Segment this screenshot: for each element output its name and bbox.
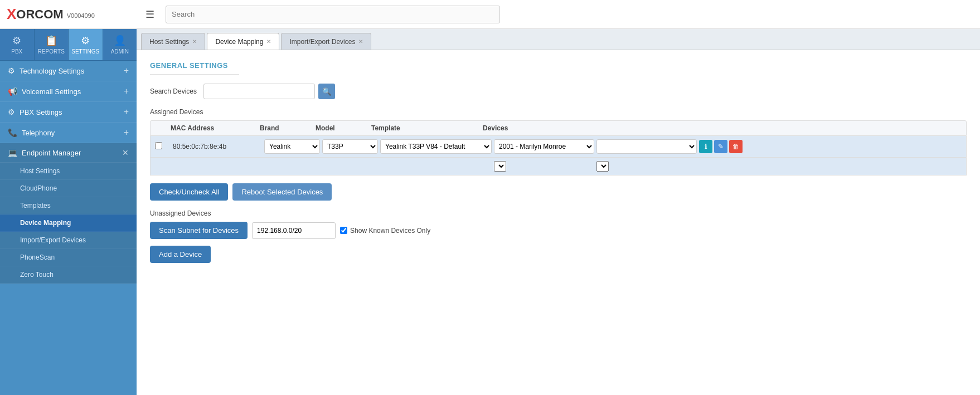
nav-pbx[interactable]: ⚙ PBX xyxy=(0,29,35,60)
btn-row: Check/Uncheck All Reboot Selected Device… xyxy=(150,183,967,201)
row-model-cell: T33P xyxy=(322,139,378,154)
pbx-icon: ⚙ xyxy=(12,35,21,47)
search-devices-button[interactable]: 🔍 xyxy=(318,84,335,99)
tab-import-export-label: Import/Export Devices xyxy=(289,38,355,46)
submenu-import-export[interactable]: Import/Export Devices xyxy=(0,232,137,249)
sidebar-technology-label: Technology Settings xyxy=(20,67,84,75)
submenu-zero-touch[interactable]: Zero Touch xyxy=(0,266,137,284)
tab-device-mapping-label: Device Mapping xyxy=(215,38,263,46)
col-actions xyxy=(683,124,728,132)
row-device2-cell xyxy=(596,139,697,154)
row-device1-cell: 2001 - Marilyn Monroe xyxy=(494,139,594,154)
row-brand-select[interactable]: Yealink xyxy=(264,139,320,154)
show-known-label: Show Known Devices Only xyxy=(350,227,430,235)
nav-settings[interactable]: ⚙ SETTINGS xyxy=(69,29,103,60)
row-actions: ℹ ✎ 🗑 xyxy=(699,140,744,153)
scan-row: Scan Subnet for Devices Show Known Devic… xyxy=(150,222,967,239)
row-device1-select[interactable]: 2001 - Marilyn Monroe xyxy=(494,139,594,154)
submenu-host-settings[interactable]: Host Settings xyxy=(0,163,137,180)
row-template-select[interactable]: Yealink T33P V84 - Default xyxy=(380,139,492,154)
unassigned-devices-label: Unassigned Devices xyxy=(150,209,967,217)
submenu-device-mapping[interactable]: Device Mapping xyxy=(0,214,137,232)
submenu-templates[interactable]: Templates xyxy=(0,197,137,214)
sidebar-item-voicemail-settings[interactable]: 📢 Voicemail Settings + xyxy=(0,81,137,102)
row-device2-select[interactable] xyxy=(596,139,697,154)
row-device4-select[interactable] xyxy=(596,161,609,172)
row-brand-cell: Yealink xyxy=(264,139,320,154)
row-checkbox-cell xyxy=(155,142,171,151)
sidebar-item-pbx-settings[interactable]: ⚙ PBX Settings + xyxy=(0,102,137,123)
endpoint-submenu: Host Settings CloudPhone Templates Devic… xyxy=(0,163,137,284)
tab-device-mapping[interactable]: Device Mapping ✕ xyxy=(207,33,279,50)
close-endpoint-icon[interactable]: ✕ xyxy=(122,148,129,157)
sidebar-item-technology-settings[interactable]: ⚙ Technology Settings + xyxy=(0,61,137,81)
row-info-button[interactable]: ℹ xyxy=(699,140,712,153)
hamburger-menu-icon[interactable]: ☰ xyxy=(145,8,154,21)
tab-host-settings-label: Host Settings xyxy=(149,38,189,46)
tab-import-export-close-icon[interactable]: ✕ xyxy=(358,38,363,45)
nav-admin-label: ADMIN xyxy=(111,48,129,55)
section-title: GENERAL SETTINGS xyxy=(150,61,239,75)
settings-icon: ⚙ xyxy=(81,35,90,47)
row-mac: 80:5e:0c:7b:8e:4b xyxy=(173,143,262,150)
nav-reports[interactable]: 📋 REPORTS xyxy=(35,29,69,60)
col-template: Template xyxy=(371,124,483,132)
table-header: MAC Address Brand Model Template Devices xyxy=(150,120,967,136)
telephony-icon: 📞 xyxy=(8,128,17,137)
nav-settings-label: SETTINGS xyxy=(71,48,99,55)
search-devices-label: Search Devices xyxy=(150,87,197,95)
subnet-input[interactable] xyxy=(252,222,336,239)
sidebar-item-telephony[interactable]: 📞 Telephony + xyxy=(0,123,137,143)
pbx-settings-icon: ⚙ xyxy=(8,108,15,116)
scan-subnet-button[interactable]: Scan Subnet for Devices xyxy=(150,222,248,239)
col-devices2 xyxy=(583,124,683,132)
col-mac: MAC Address xyxy=(171,124,260,132)
add-device-button[interactable]: Add a Device xyxy=(150,246,211,263)
expand-telephony-icon: + xyxy=(124,128,129,138)
col-brand: Brand xyxy=(260,124,316,132)
technology-settings-icon: ⚙ xyxy=(8,66,15,75)
expand-pbx-icon: + xyxy=(124,107,129,117)
logo-id: V0004090 xyxy=(67,12,95,19)
check-uncheck-button[interactable]: Check/Uncheck All xyxy=(150,183,228,201)
row-device3-select[interactable] xyxy=(494,161,506,172)
tab-import-export[interactable]: Import/Export Devices ✕ xyxy=(281,33,371,50)
row-device4-cell xyxy=(596,161,697,172)
nav-admin[interactable]: 👤 ADMIN xyxy=(103,29,137,60)
sidebar-menu: ⚙ Technology Settings + 📢 Voicemail Sett… xyxy=(0,61,137,395)
topbar: ☰ xyxy=(137,0,980,29)
global-search-input[interactable] xyxy=(166,6,500,23)
content-area: GENERAL SETTINGS Search Devices 🔍 Assign… xyxy=(137,50,980,395)
search-devices-input[interactable] xyxy=(203,84,315,99)
search-row: Search Devices 🔍 xyxy=(150,84,967,99)
row-device3-cell xyxy=(494,161,594,172)
admin-icon: 👤 xyxy=(114,35,126,47)
table-row: 80:5e:0c:7b:8e:4b Yealink T33P Yealink T… xyxy=(150,136,967,158)
row-edit-button[interactable]: ✎ xyxy=(714,140,727,153)
row-template-cell: Yealink T33P V84 - Default xyxy=(380,139,492,154)
nav-icons: ⚙ PBX 📋 REPORTS ⚙ SETTINGS 👤 ADMIN xyxy=(0,29,137,61)
tab-device-mapping-close-icon[interactable]: ✕ xyxy=(266,38,271,45)
row-checkbox[interactable] xyxy=(155,142,162,149)
submenu-cloudphone[interactable]: CloudPhone xyxy=(0,180,137,197)
sidebar-endpoint-label: Endpoint Manager xyxy=(22,149,81,157)
table-row-extra xyxy=(150,158,967,175)
row-model-select[interactable]: T33P xyxy=(322,139,378,154)
tab-host-settings[interactable]: Host Settings ✕ xyxy=(141,33,205,50)
expand-voicemail-icon: + xyxy=(124,86,129,96)
show-known-checkbox[interactable] xyxy=(340,227,347,234)
nav-pbx-label: PBX xyxy=(11,48,22,55)
row-delete-button[interactable]: 🗑 xyxy=(729,140,743,153)
logo-x: X xyxy=(7,6,16,23)
show-known-row: Show Known Devices Only xyxy=(340,227,430,235)
sidebar: X ORCOM V0004090 ⚙ PBX 📋 REPORTS ⚙ SETTI… xyxy=(0,0,137,395)
tabbar: Host Settings ✕ Device Mapping ✕ Import/… xyxy=(137,29,980,50)
reboot-selected-button[interactable]: Reboot Selected Devices xyxy=(232,183,332,201)
sidebar-item-endpoint-manager[interactable]: 💻 Endpoint Manager ✕ xyxy=(0,143,137,163)
logo-area: X ORCOM V0004090 xyxy=(0,0,137,29)
assigned-devices-label: Assigned Devices xyxy=(150,108,967,116)
logo-orcom: ORCOM xyxy=(16,7,63,22)
submenu-phonescan[interactable]: PhoneScan xyxy=(0,249,137,266)
reports-icon: 📋 xyxy=(45,35,57,47)
tab-host-settings-close-icon[interactable]: ✕ xyxy=(192,38,197,45)
